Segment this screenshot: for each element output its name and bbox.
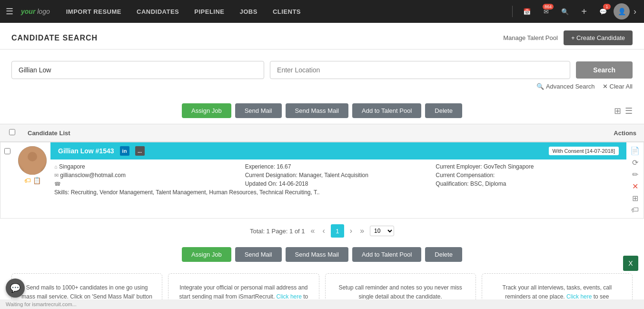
view-profile-icon[interactable]: 📄: [630, 146, 640, 155]
employer-detail: Current Employer: GovTech Singapore: [436, 163, 619, 170]
nav-clients[interactable]: CLIENTS: [265, 0, 308, 23]
logo: your logo: [21, 8, 50, 15]
designation-value: Current Designation: Manager, Talent Acq…: [245, 172, 368, 179]
candidate-list-header: Candidate List: [24, 130, 596, 137]
updated-value: Updated On: 14-06-2018: [245, 180, 308, 187]
nav-collapse-button[interactable]: ›: [632, 7, 638, 17]
email-value: gilliansclow@hotmail.com: [60, 172, 126, 179]
delete-button-top[interactable]: Delete: [425, 103, 462, 118]
header-checkbox-col: [0, 129, 24, 137]
location-icon: ⌂: [54, 164, 58, 169]
linkedin-icon[interactable]: in: [120, 146, 129, 156]
send-mass-mail-button-top[interactable]: Send Mass Mail: [286, 103, 348, 118]
create-candidate-button[interactable]: + Create Candidate: [564, 30, 633, 45]
send-mass-mail-button-bottom[interactable]: Send Mass Mail: [286, 247, 348, 262]
notifications-icon-btn[interactable]: ✉ 864: [537, 3, 555, 20]
tag-icon[interactable]: 🏷: [24, 177, 31, 184]
note-icon[interactable]: 📋: [33, 177, 41, 184]
select-all-checkbox[interactable]: [9, 129, 15, 135]
delete-button-bottom[interactable]: Delete: [425, 247, 462, 262]
svg-point-1: [24, 163, 41, 175]
qualification-value: Qualification: BSC, Diploma: [436, 180, 506, 187]
compensation-detail: Current Compensation:: [436, 172, 619, 179]
experience-detail: Experience: 16.67: [245, 163, 428, 170]
messages-icon-btn[interactable]: 💬 1: [594, 3, 612, 20]
hamburger-menu-icon[interactable]: ☰: [6, 6, 13, 17]
employer-value: Current Employer: GovTech Singapore: [436, 163, 534, 170]
top-action-bar: Assign Job Send Mail Send Mass Mail Add …: [0, 98, 644, 124]
grid-view-icon[interactable]: ⊞: [614, 106, 621, 116]
candidate-name-link[interactable]: Gillian Low #1543: [58, 147, 114, 155]
avatar-image: [18, 146, 47, 175]
page-prev-btn[interactable]: ‹: [320, 227, 327, 235]
share-icon[interactable]: ⟳: [632, 158, 638, 167]
page-header: CANDIDATE SEARCH Manage Talent Pool + Cr…: [0, 23, 644, 50]
page-first-btn[interactable]: «: [309, 227, 317, 235]
search-button[interactable]: Search: [576, 61, 633, 79]
add-to-talent-pool-button-bottom[interactable]: Add to Talent Pool: [352, 247, 421, 262]
tag-icons: 🏷 📋: [24, 177, 41, 184]
location-detail: ⌂ Singapore: [54, 163, 238, 170]
list-view-icon[interactable]: ☰: [625, 106, 633, 116]
user-avatar[interactable]: 👤: [614, 3, 630, 20]
search-icon-btn[interactable]: 🔍: [556, 3, 574, 20]
send-mail-button-top[interactable]: Send Mail: [235, 103, 282, 118]
search-options-icon: 🔍: [536, 83, 544, 90]
clear-icon: ✕: [603, 83, 608, 90]
send-mail-button-bottom[interactable]: Send Mail: [235, 247, 282, 262]
nav-icons: 📅 ✉ 864 🔍 + 💬 1 👤 ›: [518, 3, 638, 20]
view-toggle: ⊞ ☰: [614, 106, 633, 116]
search-options: 🔍 Advanced Search ✕ Clear All: [11, 79, 633, 94]
skills-detail: Skills: Recruiting, Vendor Management, T…: [54, 189, 619, 196]
chat-bubble[interactable]: 💬: [6, 279, 25, 298]
search-row: Search: [11, 61, 633, 79]
designation-detail: Current Designation: Manager, Talent Acq…: [245, 172, 428, 179]
page-title: CANDIDATE SEARCH: [11, 34, 98, 42]
advanced-search-link[interactable]: 🔍 Advanced Search: [536, 83, 595, 90]
location-input[interactable]: [270, 61, 570, 79]
add-icon-btn[interactable]: +: [575, 3, 593, 20]
candidate-checkbox[interactable]: [4, 148, 10, 154]
consent-badge: With Consent [14-07-2018]: [549, 147, 619, 155]
experience-value: Experience: 16.67: [245, 163, 291, 170]
page-next-btn[interactable]: ›: [348, 227, 354, 235]
nav-candidates[interactable]: CANDIDATES: [129, 0, 187, 23]
pagination-total: Total: 1 Page: 1 of 1: [250, 228, 305, 235]
tag-action-icon[interactable]: 🏷: [631, 206, 639, 214]
notification-badge: 864: [543, 4, 554, 10]
remove-icon[interactable]: ✕: [632, 182, 638, 191]
social-other-icon[interactable]: ...: [135, 146, 145, 156]
actions-header: Actions: [596, 130, 644, 137]
search-area: Search 🔍 Advanced Search ✕ Clear All: [0, 50, 644, 98]
nav-pipeline[interactable]: PIPELINE: [187, 0, 232, 23]
avatar-area: 🏷 📋: [14, 142, 50, 188]
page-last-btn[interactable]: »: [358, 227, 366, 235]
edit-icon[interactable]: ✏: [632, 170, 638, 179]
status-text: Waiting for ismartrecruit.com...: [6, 301, 77, 307]
info-card-call-text: Setup call reminder and notes so you nev…: [338, 284, 462, 300]
chat-icon: 💬: [10, 283, 20, 293]
calendar-icon-btn[interactable]: 📅: [518, 3, 535, 20]
nav-divider: [512, 6, 513, 17]
top-navigation: ☰ your logo IMPORT RESUME CANDIDATES PIP…: [0, 0, 644, 23]
assign-job-button-bottom[interactable]: Assign Job: [182, 247, 231, 262]
bottom-action-bar: Assign Job Send Mail Send Mass Mail Add …: [0, 243, 644, 266]
manage-talent-pool-link[interactable]: Manage Talent Pool: [503, 34, 558, 41]
page-number[interactable]: 1: [331, 224, 344, 238]
assign-job-button-top[interactable]: Assign Job: [182, 103, 231, 118]
add-to-talent-pool-button-top[interactable]: Add to Talent Pool: [352, 103, 421, 118]
nav-jobs[interactable]: JOBS: [232, 0, 265, 23]
candidate-row: 🏷 📋 Gillian Low #1543 in ... With Consen…: [0, 142, 644, 219]
table-header: Candidate List Actions: [0, 124, 644, 142]
excel-icon-symbol: X: [628, 259, 633, 267]
excel-export-icon[interactable]: X: [623, 256, 638, 271]
per-page-select[interactable]: 10 25 50 100: [370, 226, 394, 236]
nav-import-resume[interactable]: IMPORT RESUME: [59, 0, 129, 23]
add-icon[interactable]: ⊞: [632, 194, 638, 203]
clear-all-link[interactable]: ✕ Clear All: [603, 83, 633, 90]
header-actions: Manage Talent Pool + Create Candidate: [503, 30, 633, 45]
plus-icon: +: [581, 6, 587, 17]
candidate-checkbox-area: [0, 142, 14, 160]
candidate-name-input[interactable]: [11, 61, 264, 79]
calendar-icon: 📅: [523, 8, 531, 15]
